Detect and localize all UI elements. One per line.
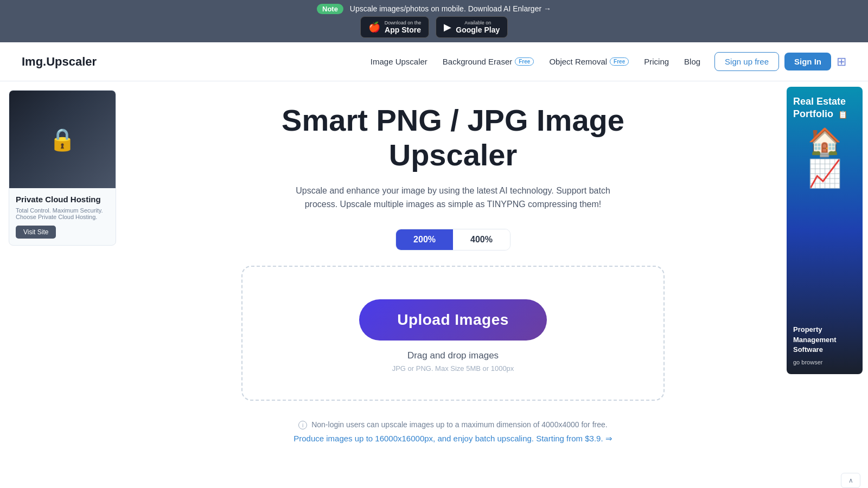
nav-blog[interactable]: Blog: [679, 54, 706, 69]
scale-200-button[interactable]: 200%: [396, 229, 453, 250]
app-store-main-text: App Store: [385, 25, 422, 34]
badge-free-bg: Free: [515, 57, 534, 66]
google-play-top-text: Available on: [456, 20, 500, 25]
logo[interactable]: Img.Upscaler: [22, 55, 97, 69]
info-icon: i: [298, 421, 307, 429]
left-ad-box: 🔒 Private Cloud Hosting Total Control. M…: [9, 90, 116, 246]
right-ad-title: Real EstatePortfolio 📋: [793, 95, 856, 121]
info-upgrade-link[interactable]: Produce images up to 16000x16000px, and …: [293, 434, 612, 443]
google-play-button[interactable]: ▶ Available on Google Play: [436, 16, 508, 38]
hero-subtitle: Upscale and enhance your image by using …: [285, 184, 621, 211]
nav-background-eraser[interactable]: Background Eraser Free: [437, 54, 540, 69]
navbar: Img.Upscaler Image Upscaler Background E…: [0, 42, 868, 81]
banner-text: Upscale images/photos on mobile. Downloa…: [350, 4, 551, 13]
scale-toggle: 200% 400%: [395, 229, 510, 251]
google-play-text: Available on Google Play: [456, 20, 500, 34]
upload-images-button[interactable]: Upload Images: [359, 299, 547, 341]
upload-area[interactable]: Upload Images Drag and drop images JPG o…: [241, 266, 665, 401]
scale-400-button[interactable]: 400%: [453, 229, 510, 250]
google-play-icon: ▶: [444, 21, 451, 33]
ad-description: Total Control. Maximum Security. Choose …: [16, 207, 109, 220]
main-content: Smart PNG / JPG Image Upscaler Upscale a…: [125, 81, 781, 488]
left-ad-panel: 🔒 Private Cloud Hosting Total Control. M…: [0, 81, 125, 488]
note-badge: Note: [317, 4, 343, 14]
hero-title: Smart PNG / JPG Image Upscaler: [258, 103, 648, 173]
right-ad-collapse-button[interactable]: ∧: [841, 473, 860, 488]
upload-hint: JPG or PNG. Max Size 5MB or 1000px: [392, 364, 514, 373]
info-section: i Non-login users can upscale images up …: [293, 420, 612, 444]
discord-icon[interactable]: ⊞: [837, 55, 846, 69]
nav-image-upscaler[interactable]: Image Upscaler: [365, 54, 433, 69]
right-ad-box: Real EstatePortfolio 📋 🏠📈 Property Manag…: [787, 87, 863, 374]
top-banner: Note Upscale images/photos on mobile. Do…: [0, 0, 868, 42]
drag-drop-text: Drag and drop images: [407, 350, 499, 361]
signup-button[interactable]: Sign up free: [714, 52, 779, 71]
ad-visit-button[interactable]: Visit Site: [16, 226, 56, 239]
app-store-top-text: Download on the: [385, 20, 422, 25]
app-store-button[interactable]: 🍎 Download on the App Store: [360, 16, 430, 38]
nav-pricing[interactable]: Pricing: [639, 54, 674, 69]
nav-object-removal[interactable]: Object Removal Free: [544, 54, 634, 69]
google-play-main-text: Google Play: [456, 25, 500, 34]
right-ad-graphic: 🏠📈: [793, 126, 856, 189]
store-buttons: 🍎 Download on the App Store ▶ Available …: [9, 16, 859, 38]
right-collapse-chevron-icon: ∧: [848, 477, 853, 484]
page-layout: 🔒 Private Cloud Hosting Total Control. M…: [0, 81, 868, 488]
right-ad-panel: Real EstatePortfolio 📋 🏠📈 Property Manag…: [781, 81, 868, 488]
app-store-text: Download on the App Store: [385, 20, 422, 34]
nav-links: Image Upscaler Background Eraser Free Ob…: [365, 54, 706, 69]
badge-free-obj: Free: [610, 57, 629, 66]
nav-actions: Sign up free Sign In ⊞: [714, 52, 846, 71]
info-note: i Non-login users can upscale images up …: [293, 420, 612, 429]
signin-button[interactable]: Sign In: [784, 53, 831, 70]
ad-title: Private Cloud Hosting: [16, 195, 109, 204]
right-ad-brand: go browser: [793, 359, 856, 365]
right-ad-subtitle: Property Management Software: [793, 325, 856, 355]
ad-content: Private Cloud Hosting Total Control. Max…: [9, 188, 116, 245]
ad-image: 🔒: [9, 91, 116, 188]
apple-icon: 🍎: [368, 21, 380, 33]
